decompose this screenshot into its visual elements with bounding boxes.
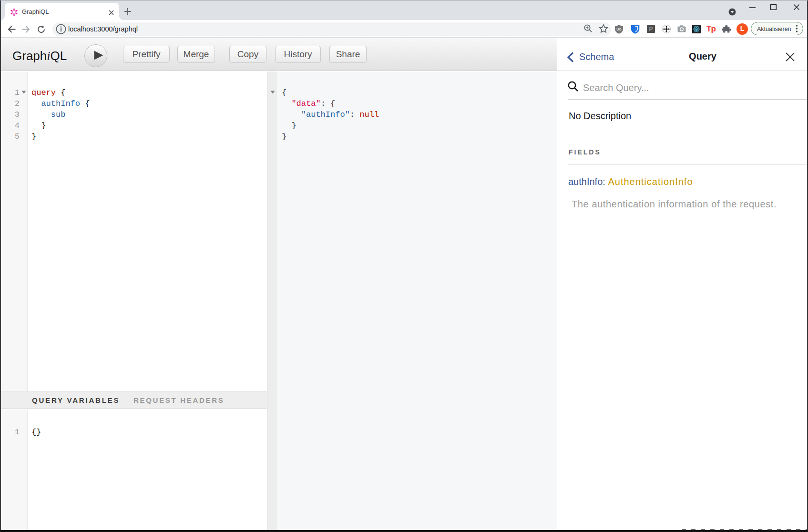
svg-text:UO: UO [616, 28, 622, 31]
svg-text:P: P [649, 26, 653, 32]
